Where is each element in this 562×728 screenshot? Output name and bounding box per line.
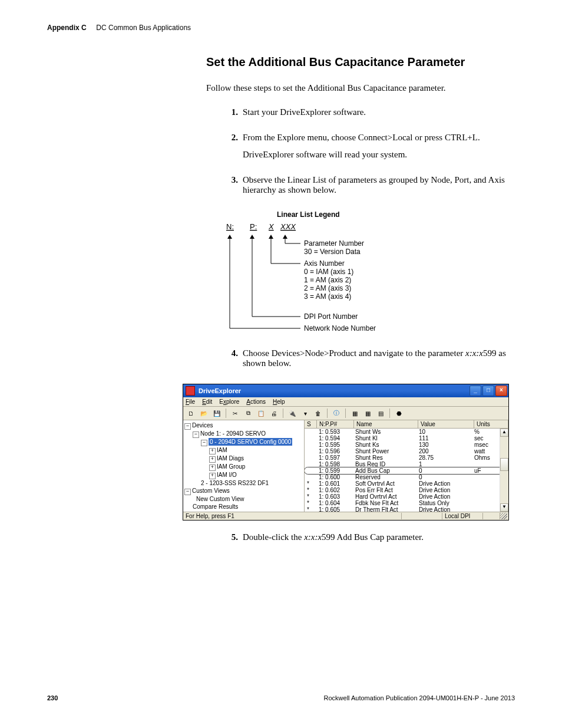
tree-newcustom[interactable]: New Custom View <box>196 496 244 502</box>
step-1: Start your DriveExplorer software. <box>243 107 515 117</box>
step-4: Choose Devices>Node>Product and navigate… <box>243 348 515 368</box>
tree-expand-icon[interactable]: + <box>209 473 216 479</box>
scrollbar[interactable]: ▲ ▼ <box>500 429 508 512</box>
list-rows: 1: 0.593Shunt Ws10%1: 0.594Shunt Kl111se… <box>305 429 508 512</box>
table-row[interactable]: *1: 0.601Soft Ovrtrvl ActDrive Action <box>305 480 508 487</box>
label-node: Network Node Number <box>304 324 376 332</box>
cut-icon[interactable]: ✂ <box>230 408 240 419</box>
scroll-down-icon[interactable]: ▼ <box>500 503 508 512</box>
scroll-thumb[interactable] <box>500 458 508 471</box>
step-5: Double-click the x:x:x599 Add Bus Cap pa… <box>243 532 515 542</box>
tree-collapse-icon[interactable]: − <box>193 431 199 438</box>
header-title: DC Common Bus Applications <box>96 24 191 32</box>
dropdown-icon[interactable]: ▾ <box>300 408 310 419</box>
menu-explore[interactable]: Explore <box>219 398 239 405</box>
list-header: S N:P.P# Name Value Units <box>305 420 508 429</box>
col-units[interactable]: Units <box>474 420 508 428</box>
maximize-button[interactable]: □ <box>482 386 494 396</box>
tree-compare[interactable]: Compare Results <box>193 503 238 510</box>
menu-file[interactable]: File <box>186 398 195 405</box>
table-row[interactable]: 1: 0.600Reserved0 <box>305 474 508 480</box>
tree-pane: −Devices −Node 1: - 2094D SERVO −0 - 209… <box>183 420 305 512</box>
col-s[interactable]: S <box>305 420 317 428</box>
menu-actions[interactable]: Actions <box>246 398 266 405</box>
label-axis0: 0 = IAM (axis 1) <box>304 268 353 276</box>
tree-collapse-icon[interactable]: − <box>184 423 191 430</box>
connect-icon[interactable]: 🔌 <box>287 408 297 419</box>
tree-port2[interactable]: 2 - 1203-SSS RS232 DF1 <box>201 480 269 486</box>
page-number: 230 <box>47 694 58 701</box>
table-row[interactable]: *1: 0.602Pos Err Flt ActDrive Action <box>305 487 508 493</box>
table-row[interactable]: *1: 0.605Dr Therm Flt ActDrive Action <box>305 506 508 512</box>
minimize-button[interactable]: _ <box>470 386 481 396</box>
tree-config-selected[interactable]: 0 - 2094D SERVO Config 0000 <box>209 438 292 446</box>
tree-devices[interactable]: Devices <box>192 422 213 429</box>
section-title: Set the Additional Bus Capacitance Param… <box>206 55 515 69</box>
step-2: From the Explore menu, choose Connect>Lo… <box>243 133 515 143</box>
scroll-up-icon[interactable]: ▲ <box>500 429 508 437</box>
resize-grip-icon[interactable] <box>500 513 507 519</box>
device-icon[interactable]: ▦ <box>349 408 360 419</box>
legend-x: X <box>268 222 275 231</box>
table-row[interactable]: *1: 0.604Fdbk Nse Flt ActStatus Only <box>305 500 508 506</box>
print-icon[interactable]: 🖨 <box>269 408 279 419</box>
legend-title: Linear List Legend <box>277 210 515 219</box>
status-help: For Help, press F1 <box>184 513 402 519</box>
legend-xxx: XXX <box>280 222 296 231</box>
tree-iam[interactable]: IAM <box>217 447 227 453</box>
table-row[interactable]: 1: 0.597Shunt Res28.75Ohms <box>305 454 508 461</box>
copy-icon[interactable]: ⧉ <box>243 408 253 419</box>
menu-edit[interactable]: Edit <box>202 398 212 405</box>
grid-icon[interactable]: ▤ <box>375 408 386 419</box>
tree-iam-diags[interactable]: IAM Diags <box>217 455 244 462</box>
running-header: Appendix C DC Common Bus Applications <box>47 24 515 32</box>
status-empty2 <box>483 513 500 519</box>
tree-node1[interactable]: Node 1: - 2094D SERVO <box>200 430 266 437</box>
col-np[interactable]: N:P.P# <box>317 420 354 428</box>
col-name[interactable]: Name <box>354 420 418 428</box>
delete-icon[interactable]: 🗑 <box>313 408 323 419</box>
footer: 230 Rockwell Automation Publication 2094… <box>47 694 515 701</box>
table-row[interactable]: 1: 0.596Shunt Power200watt <box>305 448 508 454</box>
open-icon[interactable]: 📂 <box>199 408 209 419</box>
info-icon[interactable]: ⓘ <box>331 408 342 419</box>
table-row[interactable]: 1: 0.593Shunt Ws10% <box>305 429 508 435</box>
stop-icon[interactable]: ⬣ <box>394 408 404 419</box>
save-icon[interactable]: 💾 <box>211 408 222 419</box>
tree-custom[interactable]: Custom Views <box>192 487 230 494</box>
status-empty <box>402 513 442 519</box>
tree-iam-io[interactable]: IAM I/O <box>217 472 237 478</box>
menu-help[interactable]: Help <box>273 398 285 405</box>
window-title: DriveExplorer <box>199 387 470 394</box>
appendix-label: Appendix C <box>47 24 87 32</box>
label-dpi: DPI Port Number <box>304 312 358 321</box>
label-axis: Axis Number <box>304 259 345 268</box>
tree-expand-icon[interactable]: + <box>209 448 216 454</box>
status-conn: Local DPI <box>442 513 483 519</box>
intro-text: Follow these steps to set the Additional… <box>206 83 515 93</box>
tree-collapse-icon[interactable]: − <box>184 489 191 495</box>
table-row[interactable]: 1: 0.598Bus Reg ID1 <box>305 461 508 467</box>
toolbar: 🗋 📂 💾 ✂ ⧉ 📋 🖨 🔌 ▾ 🗑 ⓘ ▦ ▦ ▤ ⬣ <box>183 407 508 420</box>
new-icon[interactable]: 🗋 <box>186 408 196 419</box>
legend-diagram: N: P: X XXX Parameter Number 30 = Versio… <box>224 222 515 337</box>
tree-expand-icon[interactable]: + <box>209 456 216 463</box>
table-row[interactable]: 1: 0.599Add Bus Cap0uF <box>305 467 508 474</box>
menubar: File Edit Explore Actions Help <box>183 397 508 407</box>
titlebar[interactable]: DriveExplorer _ □ × <box>183 384 508 397</box>
device2-icon[interactable]: ▦ <box>362 408 373 419</box>
table-row[interactable]: 1: 0.594Shunt Kl111sec <box>305 435 508 442</box>
tree-collapse-icon[interactable]: − <box>201 440 207 446</box>
label-axis3: 3 = AM (axis 4) <box>304 292 351 301</box>
col-value[interactable]: Value <box>418 420 474 428</box>
table-row[interactable]: *1: 0.603Hard Ovrtrvl ActDrive Action <box>305 493 508 500</box>
close-button[interactable]: × <box>495 386 507 396</box>
legend-p: P: <box>250 222 257 231</box>
legend-n: N: <box>226 222 234 231</box>
tree-iam-group[interactable]: IAM Group <box>217 463 245 470</box>
table-row[interactable]: 1: 0.595Shunt Ks130msec <box>305 442 508 448</box>
tree-expand-icon[interactable]: + <box>209 465 216 471</box>
label-param-num: Parameter Number <box>304 239 364 248</box>
paste-icon[interactable]: 📋 <box>256 408 266 419</box>
list-pane: S N:P.P# Name Value Units 1: 0.593Shunt … <box>305 420 508 512</box>
